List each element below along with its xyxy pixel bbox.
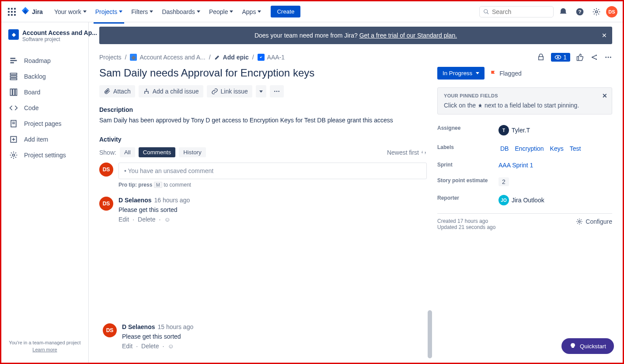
project-header[interactable]: ◆ Account Access and Ap... Software proj… <box>5 29 85 49</box>
label-chip[interactable]: Test <box>568 144 583 153</box>
share-icon[interactable] <box>590 53 598 61</box>
notifications-icon[interactable] <box>556 5 570 19</box>
svg-rect-21 <box>13 89 14 96</box>
created-text: Created 17 hours ago <box>437 218 495 224</box>
sidebar-board[interactable]: Board <box>5 84 85 100</box>
chevron-down-icon <box>197 10 200 13</box>
sidebar-roadmap[interactable]: Roadmap <box>5 53 85 69</box>
comment-item: DS D Selaenos15 hours ago Please get thi… <box>103 323 426 350</box>
chevron-down-icon <box>150 10 153 13</box>
filter-all[interactable]: All <box>120 147 135 157</box>
crumb-projects[interactable]: Projects <box>99 54 122 61</box>
svg-point-29 <box>13 154 15 156</box>
create-button[interactable]: Create <box>271 6 300 17</box>
field-reporter[interactable]: Reporter JOJira Outlook <box>437 191 612 210</box>
banner-close-icon[interactable]: ✕ <box>602 32 607 39</box>
pinned-close-icon[interactable]: ✕ <box>602 92 607 99</box>
description-text[interactable]: Sam Daily has been approved by Tony D ge… <box>99 117 427 124</box>
sidebar-backlog[interactable]: Backlog <box>5 69 85 84</box>
field-labels[interactable]: Labels DB Encryption Keys Test <box>437 140 612 157</box>
backlog-icon <box>9 72 18 81</box>
attach-icon <box>104 88 111 95</box>
comment-delete[interactable]: Delete <box>138 216 155 223</box>
field-story-points[interactable]: Story point estimate 2 <box>437 173 612 191</box>
comment-edit[interactable]: Edit <box>122 343 132 350</box>
comment-edit[interactable]: Edit <box>119 216 129 223</box>
nav-filters[interactable]: Filters <box>128 6 157 18</box>
crumb-project[interactable]: ◆Account Access and A... <box>130 54 205 61</box>
floating-comment: DS D Selaenos15 hours ago Please get thi… <box>103 323 426 358</box>
sidebar-add-item[interactable]: Add item <box>5 132 85 147</box>
sidebar-code[interactable]: Code <box>5 100 85 116</box>
svg-point-41 <box>144 93 145 94</box>
top-nav: Jira Your work Projects Filters Dashboar… <box>1 1 623 22</box>
label-chip[interactable]: DB <box>499 144 510 153</box>
settings-icon[interactable] <box>589 5 603 19</box>
sidebar-settings[interactable]: Project settings <box>5 147 85 163</box>
lock-icon[interactable] <box>537 53 545 61</box>
comment-react-icon[interactable]: ☺ <box>167 343 174 350</box>
more-actions-button[interactable] <box>270 85 284 97</box>
add-child-button[interactable]: Add a child issue <box>139 85 203 97</box>
comment-avatar: DS <box>99 197 113 211</box>
svg-point-39 <box>610 57 611 58</box>
nav-apps[interactable]: Apps <box>238 6 265 18</box>
learn-more-link[interactable]: Learn more <box>8 347 81 352</box>
label-chip[interactable]: Keys <box>548 144 565 153</box>
svg-point-38 <box>608 57 609 58</box>
quickstart-button[interactable]: Quickstart <box>561 338 614 354</box>
comment-item: DS D Selaenos16 hours ago Please get thi… <box>99 197 427 223</box>
search-box[interactable] <box>479 6 554 17</box>
sidebar-pages[interactable]: Project pages <box>5 116 85 132</box>
filter-comments[interactable]: Comments <box>139 147 175 157</box>
svg-rect-4 <box>11 11 13 13</box>
more-icon[interactable] <box>604 53 612 61</box>
svg-rect-0 <box>8 8 10 10</box>
user-avatar[interactable]: DS <box>606 6 617 17</box>
issue-title[interactable]: Sam Daily needs Approval for Encryption … <box>99 67 427 79</box>
pinned-hint: Click on the next to a field label to st… <box>444 102 606 109</box>
svg-point-44 <box>276 91 277 92</box>
link-dropdown-button[interactable] <box>256 85 266 97</box>
svg-point-43 <box>274 91 275 92</box>
comment-author[interactable]: D Selaenos <box>119 197 151 204</box>
nav-your-work[interactable]: Your work <box>51 6 90 18</box>
search-input[interactable] <box>492 8 550 15</box>
help-icon[interactable]: ? <box>573 5 587 19</box>
chevron-down-icon <box>83 10 87 13</box>
configure-button[interactable]: Configure <box>576 218 612 225</box>
sidebar-footer: You're in a team-managed project Learn m… <box>5 336 85 356</box>
crumb-issue-key[interactable]: AAA-1 <box>258 54 285 61</box>
link-issue-button[interactable]: Link issue <box>207 85 252 97</box>
sort-button[interactable]: Newest first <box>387 149 427 156</box>
roadmap-icon <box>9 56 18 65</box>
comment-delete[interactable]: Delete <box>141 343 159 350</box>
field-sprint[interactable]: Sprint AAA Sprint 1 <box>437 157 612 173</box>
pro-tip: Pro tip: press M to comment <box>119 182 427 188</box>
svg-rect-22 <box>15 89 17 96</box>
banner-link[interactable]: Get a free trial of our Standard plan. <box>359 32 457 39</box>
status-button[interactable]: In Progress <box>437 67 485 80</box>
field-assignee[interactable]: Assignee TTyler.T <box>437 121 612 140</box>
svg-rect-3 <box>8 11 10 13</box>
label-chip[interactable]: Encryption <box>513 144 545 153</box>
comment-text: Please get this sorted <box>119 206 190 213</box>
comment-input[interactable]: • You have an unsaved comment <box>119 163 427 179</box>
attach-button[interactable]: Attach <box>99 85 135 97</box>
flagged-indicator[interactable]: Flagged <box>490 70 522 77</box>
app-switcher-icon[interactable] <box>7 7 17 17</box>
nav-projects[interactable]: Projects <box>92 6 126 18</box>
jira-logo[interactable]: Jira <box>21 7 43 17</box>
watch-button[interactable]: 1 <box>551 53 570 62</box>
pages-icon <box>9 119 18 128</box>
like-icon[interactable] <box>576 53 584 61</box>
nav-people[interactable]: People <box>206 6 237 18</box>
comment-author[interactable]: D Selaenos <box>122 323 155 330</box>
search-icon <box>483 8 489 15</box>
nav-dashboards[interactable]: Dashboards <box>158 6 204 18</box>
scrollbar[interactable] <box>428 310 432 358</box>
filter-history[interactable]: History <box>179 147 206 157</box>
upgrade-banner: Does your team need more from Jira? Get … <box>99 27 612 44</box>
comment-react-icon[interactable]: ☺ <box>164 216 170 223</box>
crumb-add-epic[interactable]: Add epic <box>214 54 249 61</box>
